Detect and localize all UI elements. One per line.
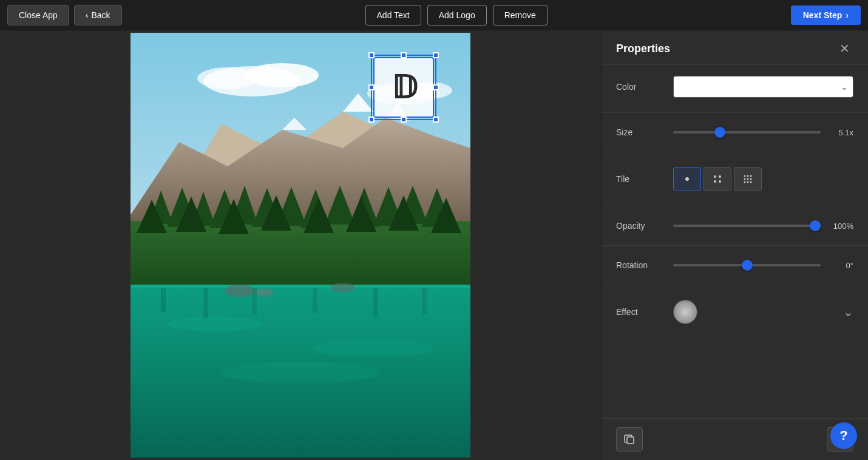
svg-rect-11 bbox=[131, 221, 470, 288]
divider-3 bbox=[602, 206, 868, 206]
svg-point-51 bbox=[719, 180, 721, 183]
opacity-slider[interactable] bbox=[673, 225, 821, 227]
properties-panel: Properties ✕ Color ⌄ Size 5.1x bbox=[601, 30, 868, 460]
effect-preview bbox=[673, 300, 697, 324]
svg-point-40 bbox=[331, 283, 355, 293]
svg-marker-19 bbox=[300, 189, 331, 228]
svg-marker-21 bbox=[349, 188, 379, 227]
next-step-icon: › bbox=[846, 10, 849, 20]
color-label: Color bbox=[616, 82, 665, 92]
svg-point-56 bbox=[747, 178, 749, 180]
svg-rect-33 bbox=[131, 285, 470, 458]
svg-point-60 bbox=[750, 181, 752, 183]
svg-marker-22 bbox=[373, 187, 404, 226]
svg-marker-8 bbox=[282, 118, 307, 130]
svg-marker-12 bbox=[149, 191, 173, 224]
handle-bottom-mid[interactable] bbox=[401, 117, 407, 123]
panel-footer bbox=[602, 418, 868, 460]
size-slider[interactable] bbox=[673, 131, 821, 134]
svg-marker-17 bbox=[252, 188, 282, 227]
svg-point-38 bbox=[225, 285, 255, 297]
handle-top-right[interactable] bbox=[433, 52, 439, 58]
effect-control: ⌄ bbox=[673, 300, 853, 324]
svg-marker-16 bbox=[231, 186, 258, 225]
copy-icon bbox=[624, 434, 635, 445]
help-label: ? bbox=[839, 428, 847, 444]
tile-control bbox=[673, 167, 853, 191]
color-row: Color ⌄ bbox=[616, 76, 853, 98]
opacity-row: Opacity 100% bbox=[616, 221, 853, 231]
svg-marker-30 bbox=[346, 197, 376, 232]
tile-grid9-button[interactable] bbox=[734, 167, 762, 191]
next-step-button[interactable]: Next Step › bbox=[791, 5, 861, 25]
rotation-value: 0° bbox=[827, 261, 853, 270]
selection-box bbox=[371, 55, 436, 120]
back-chevron-icon: ‹ bbox=[86, 10, 89, 20]
handle-right-mid[interactable] bbox=[433, 84, 439, 90]
tile-single-icon bbox=[683, 175, 691, 183]
svg-rect-45 bbox=[373, 288, 378, 317]
svg-point-59 bbox=[747, 181, 749, 183]
svg-point-1 bbox=[203, 66, 300, 96]
svg-point-55 bbox=[744, 178, 746, 180]
svg-rect-46 bbox=[422, 288, 427, 314]
effect-label: Effect bbox=[616, 307, 665, 317]
tile-grid4-button[interactable] bbox=[704, 167, 731, 191]
divider-1 bbox=[602, 112, 868, 113]
close-app-button[interactable]: Close App bbox=[7, 5, 69, 25]
svg-point-3 bbox=[197, 67, 258, 89]
back-button[interactable]: ‹ Back bbox=[74, 5, 122, 25]
svg-point-35 bbox=[167, 317, 264, 331]
handle-bottom-left[interactable] bbox=[368, 117, 375, 123]
next-step-label: Next Step bbox=[803, 10, 843, 20]
svg-rect-61 bbox=[627, 437, 634, 444]
help-button[interactable]: ? bbox=[830, 422, 857, 449]
svg-rect-43 bbox=[252, 288, 257, 315]
topbar-right: Next Step › bbox=[791, 5, 861, 25]
handle-left-mid[interactable] bbox=[368, 84, 375, 90]
svg-point-37 bbox=[222, 362, 379, 384]
svg-marker-20 bbox=[325, 186, 355, 225]
logo-overlay[interactable]: 𝔻 bbox=[373, 57, 434, 118]
svg-point-54 bbox=[750, 175, 752, 177]
svg-marker-7 bbox=[131, 118, 470, 233]
svg-point-49 bbox=[719, 175, 721, 178]
handle-top-left[interactable] bbox=[368, 52, 375, 58]
effect-row: Effect ⌄ bbox=[616, 300, 853, 324]
svg-point-2 bbox=[246, 63, 319, 87]
rotation-label: Rotation bbox=[616, 260, 665, 270]
close-panel-button[interactable]: ✕ bbox=[836, 41, 853, 56]
canvas-area: 𝔻 bbox=[0, 30, 601, 460]
svg-point-39 bbox=[255, 288, 273, 297]
svg-point-47 bbox=[685, 177, 689, 181]
opacity-control: 100% bbox=[673, 222, 853, 231]
color-control: ⌄ bbox=[673, 76, 853, 98]
tile-grid4-icon bbox=[713, 174, 722, 184]
topbar: Close App ‹ Back Add Text Add Logo Remov… bbox=[0, 0, 868, 30]
svg-rect-41 bbox=[161, 288, 166, 312]
copy-button[interactable] bbox=[616, 427, 643, 452]
add-text-button[interactable]: Add Text bbox=[365, 5, 421, 25]
divider-5 bbox=[602, 285, 868, 285]
effect-chevron-icon[interactable]: ⌄ bbox=[843, 305, 853, 319]
svg-point-57 bbox=[750, 178, 752, 180]
rotation-control: 0° bbox=[673, 261, 853, 270]
tile-label: Tile bbox=[616, 174, 665, 184]
opacity-value: 100% bbox=[827, 222, 853, 231]
rotation-slider[interactable] bbox=[673, 264, 821, 266]
size-value: 5.1x bbox=[827, 128, 853, 137]
panel-header: Properties ✕ bbox=[602, 30, 868, 65]
svg-point-48 bbox=[714, 175, 716, 178]
svg-marker-29 bbox=[303, 198, 334, 233]
tile-single-button[interactable] bbox=[673, 167, 701, 191]
handle-bottom-right[interactable] bbox=[433, 117, 439, 123]
handle-top-mid[interactable] bbox=[401, 52, 407, 58]
svg-point-58 bbox=[744, 181, 746, 183]
rotation-row: Rotation 0° bbox=[616, 260, 853, 270]
remove-button[interactable]: Remove bbox=[493, 5, 548, 25]
svg-marker-13 bbox=[167, 188, 197, 227]
topbar-left: Close App ‹ Back bbox=[7, 5, 122, 25]
tile-row: Tile bbox=[616, 167, 853, 191]
add-logo-button[interactable]: Add Logo bbox=[427, 5, 487, 25]
color-picker-button[interactable]: ⌄ bbox=[673, 76, 853, 98]
